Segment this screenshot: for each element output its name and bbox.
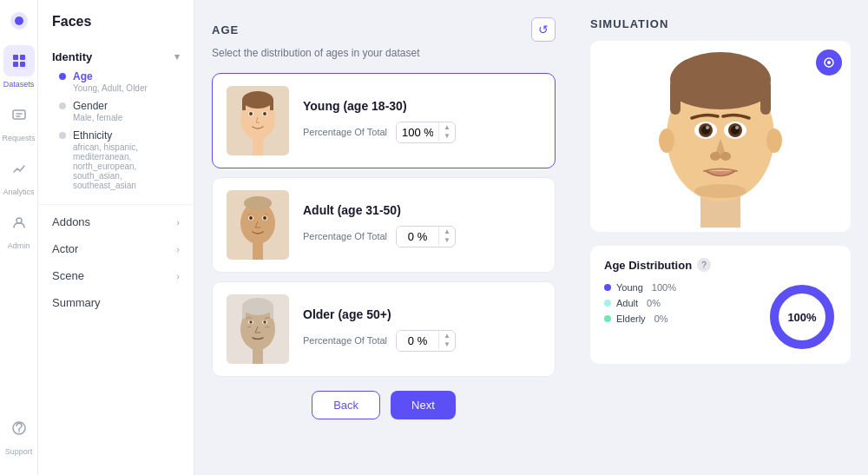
nav-item-summary[interactable]: Summary <box>38 289 194 316</box>
summary-label: Summary <box>52 296 101 309</box>
svg-point-27 <box>263 216 266 220</box>
panel-subtitle: Select the distribution of ages in your … <box>212 47 556 59</box>
pct-input-young[interactable] <box>397 122 438 142</box>
svg-rect-39 <box>253 348 263 364</box>
legend-dot-young <box>604 284 611 291</box>
actor-chevron: › <box>176 244 180 254</box>
svg-rect-14 <box>270 100 273 110</box>
logo-area <box>0 10 37 31</box>
age-panel: AGE ↺ Select the distribution of ages in… <box>194 0 573 475</box>
dist-section: Age Distribution ? Young 100% Adult 0% <box>590 246 851 364</box>
sidebar: Datasets Requests Analytics Admin Suppor… <box>0 0 38 475</box>
svg-rect-4 <box>13 62 18 67</box>
reset-button[interactable]: ↺ <box>531 17 556 42</box>
dist-legend: Young 100% Adult 0% Elderly 0% <box>604 282 753 329</box>
legend-dot-adult <box>604 300 611 307</box>
spinner-down-young[interactable]: ▼ <box>441 132 453 141</box>
sidebar-item-datasets[interactable] <box>3 45 35 76</box>
donut-chart: 100% <box>767 282 837 352</box>
legend-item-young: Young 100% <box>604 282 753 293</box>
nav-sub-item-age[interactable]: Age Young, Adult, Older <box>52 67 180 96</box>
svg-point-1 <box>15 16 23 25</box>
back-button[interactable]: Back <box>312 391 380 419</box>
sidebar-label-requests: Requests <box>2 134 35 142</box>
spinner-down-adult[interactable]: ▼ <box>441 236 453 245</box>
gender-dot <box>59 102 66 109</box>
age-card-adult[interactable]: Adult (age 31-50) Percentage Of Total ▲ … <box>212 177 556 273</box>
age-label-older: Older (age 50+) <box>303 307 541 321</box>
sidebar-item-admin[interactable] <box>3 207 35 238</box>
pct-input-adult[interactable] <box>397 227 438 247</box>
identity-chevron: ▾ <box>174 51 180 63</box>
spinner-up-young[interactable]: ▲ <box>441 123 453 132</box>
svg-rect-2 <box>13 55 18 60</box>
sidebar-label-analytics: Analytics <box>3 188 34 196</box>
svg-point-8 <box>18 432 20 433</box>
age-card-young[interactable]: Young (age 18-30) Percentage Of Total ▲ … <box>212 73 556 168</box>
sidebar-label-support: Support <box>5 447 33 456</box>
legend-item-elderly: Elderly 0% <box>604 313 753 324</box>
nav-item-actor[interactable]: Actor › <box>38 235 194 262</box>
svg-rect-34 <box>270 307 273 319</box>
svg-point-17 <box>249 112 253 115</box>
svg-point-57 <box>706 126 709 129</box>
sim-title: SIMULATION <box>590 17 851 30</box>
pct-label-older: Percentage Of Total <box>303 335 387 346</box>
pct-input-wrap-adult[interactable]: ▲ ▼ <box>396 226 456 247</box>
age-label: Age <box>73 70 148 82</box>
svg-rect-6 <box>13 110 25 119</box>
addons-chevron: › <box>176 217 180 228</box>
legend-label-young: Young <box>616 282 643 293</box>
sidebar-label-datasets: Datasets <box>3 80 35 89</box>
svg-rect-28 <box>253 242 263 260</box>
help-icon[interactable]: ? <box>697 258 711 272</box>
scene-label: Scene <box>52 269 84 282</box>
legend-label-adult: Adult <box>616 298 638 308</box>
pct-input-wrap-young[interactable]: ▲ ▼ <box>396 122 456 143</box>
nav-item-scene[interactable]: Scene › <box>38 262 194 289</box>
svg-point-12 <box>242 91 273 109</box>
nav-title: Faces <box>38 14 194 40</box>
next-button[interactable]: Next <box>391 391 456 419</box>
spinner-up-adult[interactable]: ▲ <box>441 228 453 236</box>
sidebar-item-analytics[interactable] <box>3 153 35 184</box>
age-card-older[interactable]: Older (age 50+) Percentage Of Total ▲ ▼ <box>212 281 556 377</box>
pct-input-wrap-older[interactable]: ▲ ▼ <box>396 330 456 352</box>
panel-title: AGE <box>212 23 239 36</box>
main-content: AGE ↺ Select the distribution of ages in… <box>194 0 868 475</box>
spinner-up-older[interactable]: ▲ <box>441 332 453 340</box>
sim-eye-button[interactable] <box>816 49 842 76</box>
svg-point-61 <box>694 184 746 198</box>
svg-point-60 <box>720 152 731 161</box>
nav-section-header-identity[interactable]: Identity ▾ <box>52 47 180 67</box>
svg-point-58 <box>735 126 739 129</box>
simulation-panel: SIMULATION <box>573 0 868 475</box>
pct-row-adult: Percentage Of Total ▲ ▼ <box>303 226 541 247</box>
svg-point-46 <box>672 71 769 109</box>
svg-rect-13 <box>242 100 246 110</box>
svg-rect-48 <box>760 80 771 115</box>
ethnicity-desc: african, hispanic, mediterranean, north_… <box>73 142 180 190</box>
nav-section-identity: Identity ▾ Age Young, Adult, Older Gende… <box>38 40 194 201</box>
svg-point-59 <box>710 152 720 161</box>
pct-input-older[interactable] <box>397 331 438 351</box>
dist-title: Age Distribution <box>604 259 692 272</box>
spinner-down-older[interactable]: ▼ <box>441 340 453 349</box>
nav-sub-item-ethnicity[interactable]: Ethnicity african, hispanic, mediterrane… <box>52 126 180 194</box>
nav-sub-item-gender[interactable]: Gender Male, female <box>52 96 180 126</box>
sidebar-item-support[interactable] <box>3 412 35 444</box>
svg-rect-3 <box>20 55 25 60</box>
pct-row-older: Percentage Of Total ▲ ▼ <box>303 330 541 352</box>
pct-row-young: Percentage Of Total ▲ ▼ <box>303 122 541 143</box>
legend-pct-elderly: 0% <box>654 313 668 324</box>
pct-spinners-older: ▲ ▼ <box>438 332 455 349</box>
legend-item-adult: Adult 0% <box>604 298 753 308</box>
gender-label: Gender <box>73 100 122 112</box>
pct-spinners-adult: ▲ ▼ <box>438 228 455 245</box>
dist-body: Young 100% Adult 0% Elderly 0% <box>604 282 837 352</box>
sidebar-item-requests[interactable] <box>3 99 35 130</box>
svg-point-7 <box>16 218 22 223</box>
age-desc: Young, Adult, Older <box>73 83 148 93</box>
nav-item-addons[interactable]: Addons › <box>38 208 194 235</box>
svg-point-26 <box>249 216 253 220</box>
